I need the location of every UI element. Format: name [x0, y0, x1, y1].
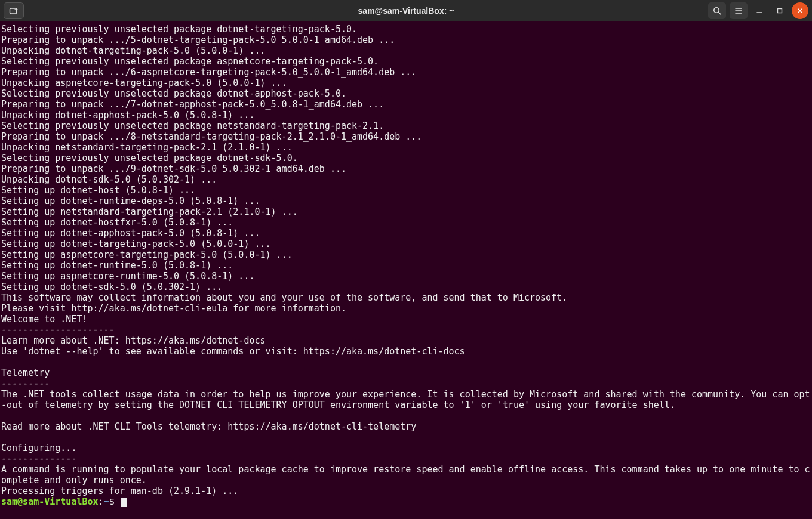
terminal-line: Selecting previously unselected package … [1, 153, 811, 163]
search-button[interactable] [708, 2, 726, 19]
titlebar-left [0, 0, 24, 21]
terminal-line: Setting up dotnet-runtime-5.0 (5.0.8-1) … [1, 260, 811, 271]
prompt-user-host: sam@sam-VirtualBox [1, 496, 99, 507]
terminal-line [1, 357, 811, 367]
terminal-line: Unpacking netstandard-targeting-pack-2.1… [1, 142, 811, 153]
terminal-line: Unpacking aspnetcore-targeting-pack-5.0 … [1, 78, 811, 88]
window-title: sam@sam-VirtualBox: ~ [0, 6, 812, 16]
terminal-line [1, 410, 811, 421]
terminal-line: Setting up dotnet-hostfxr-5.0 (5.0.8-1) … [1, 217, 811, 228]
terminal-line: Configuring... [1, 443, 811, 453]
terminal-line: The .NET tools collect usage data in ord… [1, 389, 811, 410]
terminal-line [1, 432, 811, 443]
prompt-path: ~ [104, 496, 109, 507]
svg-line-2 [718, 12, 721, 14]
terminal-line: Unpacking dotnet-sdk-5.0 (5.0.302-1) ... [1, 174, 811, 185]
titlebar: sam@sam-VirtualBox: ~ [0, 0, 812, 21]
terminal-line: Unpacking dotnet-targeting-pack-5.0 (5.0… [1, 45, 811, 56]
terminal-line: --------------------- [1, 325, 811, 335]
terminal-line: Read more about .NET CLI Tools telemetry… [1, 421, 811, 432]
terminal-line: Selecting previously unselected package … [1, 56, 811, 67]
terminal-line: Setting up aspnetcore-runtime-5.0 (5.0.8… [1, 271, 811, 282]
terminal-line: Preparing to unpack .../7-dotnet-apphost… [1, 99, 811, 110]
minimize-button[interactable] [751, 2, 768, 19]
maximize-button[interactable] [771, 2, 788, 19]
prompt-line[interactable]: sam@sam-VirtualBox:~$ [1, 496, 811, 507]
terminal-line: Setting up netstandard-targeting-pack-2.… [1, 206, 811, 217]
prompt-separator: : [99, 496, 104, 507]
terminal-line: Preparing to unpack .../6-aspnetcore-tar… [1, 67, 811, 78]
terminal-line: Setting up dotnet-apphost-pack-5.0 (5.0.… [1, 228, 811, 239]
terminal-line: Learn more about .NET: https://aka.ms/do… [1, 335, 811, 346]
prompt-symbol: $ [109, 496, 120, 507]
terminal-line: Setting up dotnet-runtime-deps-5.0 (5.0.… [1, 196, 811, 206]
terminal-line: Preparing to unpack .../9-dotnet-sdk-5.0… [1, 163, 811, 174]
terminal-line: Selecting previously unselected package … [1, 121, 811, 131]
terminal-line: Setting up dotnet-host (5.0.8-1) ... [1, 185, 811, 196]
terminal-line: A command is running to populate your lo… [1, 464, 811, 486]
terminal-line: Setting up aspnetcore-targeting-pack-5.0… [1, 249, 811, 260]
terminal-line: Preparing to unpack .../8-netstandard-ta… [1, 131, 811, 142]
terminal-line: --------- [1, 378, 811, 389]
terminal-line: Please visit http://aka.ms/dotnet-cli-eu… [1, 303, 811, 314]
terminal-line: Setting up dotnet-sdk-5.0 (5.0.302-1) ..… [1, 282, 811, 292]
titlebar-right [708, 0, 808, 21]
terminal-line: Use 'dotnet --help' to see available com… [1, 346, 811, 357]
menu-button[interactable] [730, 2, 748, 19]
terminal-line: Selecting previously unselected package … [1, 24, 811, 35]
terminal-line: This software may collect information ab… [1, 292, 811, 303]
terminal-line: Setting up dotnet-targeting-pack-5.0 (5.… [1, 239, 811, 249]
terminal-line: Preparing to unpack .../5-dotnet-targeti… [1, 35, 811, 45]
close-button[interactable] [792, 2, 808, 19]
new-tab-button[interactable] [4, 2, 24, 19]
terminal-output[interactable]: Selecting previously unselected package … [0, 21, 812, 507]
cursor-icon [121, 498, 127, 507]
terminal-line: Welcome to .NET! [1, 314, 811, 325]
terminal-line: -------------- [1, 453, 811, 464]
terminal-line: Processing triggers for man-db (2.9.1-1)… [1, 486, 811, 496]
terminal-line: Telemetry [1, 367, 811, 378]
terminal-line: Unpacking dotnet-apphost-pack-5.0 (5.0.8… [1, 110, 811, 121]
svg-rect-7 [778, 9, 782, 13]
terminal-line: Selecting previously unselected package … [1, 88, 811, 99]
